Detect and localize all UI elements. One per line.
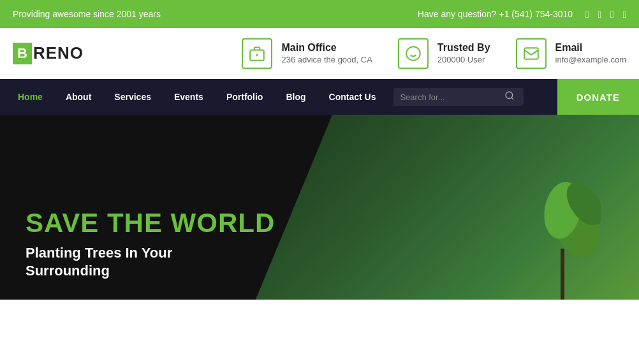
phone-number: Have any question? +1 (541) 754-3010: [418, 9, 573, 19]
search-input[interactable]: [400, 92, 502, 102]
hero-subtitle: Planting Trees In Your Surrounding: [26, 244, 275, 280]
main-office-icon: [242, 38, 272, 69]
twitter-icon[interactable]: : [598, 9, 601, 20]
hero-title: SAVE THE WORLD: [26, 208, 275, 238]
google-plus-icon[interactable]: : [623, 9, 626, 20]
svg-point-2: [406, 47, 420, 61]
email-title: Email: [555, 42, 626, 54]
svg-rect-11: [561, 249, 564, 300]
navigation: Home About Services Events Portfolio Blo…: [0, 79, 639, 115]
search-bar: [393, 88, 524, 106]
svg-point-6: [506, 92, 513, 99]
tagline: Providing awesome since 2001 years: [13, 9, 161, 19]
donate-button[interactable]: DONATE: [557, 79, 639, 115]
svg-rect-5: [524, 48, 538, 59]
top-bar: Providing awesome since 2001 years Have …: [0, 0, 639, 28]
hero-content: SAVE THE WORLD Planting Trees In Your Su…: [26, 208, 275, 280]
nav-items: Home About Services Events Portfolio Blo…: [0, 79, 551, 115]
logo[interactable]: B RENO: [13, 43, 84, 64]
email-sub: info@example.com: [555, 55, 626, 64]
nav-item-contact[interactable]: Contact Us: [318, 79, 388, 115]
trusted-by-text: Trusted By 200000 User: [437, 42, 490, 64]
header-info: Main Office 236 advice the good, CA Trus…: [242, 38, 626, 69]
nav-item-services[interactable]: Services: [103, 79, 163, 115]
nav-item-events[interactable]: Events: [163, 79, 215, 115]
email-text: Email info@example.com: [555, 42, 626, 64]
main-office-info: Main Office 236 advice the good, CA: [242, 38, 372, 69]
svg-line-7: [512, 98, 514, 99]
hero-plant-decoration: [524, 172, 601, 300]
nav-item-portfolio[interactable]: Portfolio: [215, 79, 275, 115]
main-office-sub: 236 advice the good, CA: [281, 55, 372, 64]
nav-item-blog[interactable]: Blog: [274, 79, 317, 115]
logo-text: RENO: [33, 43, 84, 63]
logo-letter: B: [13, 43, 32, 64]
hero-section: SAVE THE WORLD Planting Trees In Your Su…: [0, 115, 639, 300]
search-button[interactable]: [502, 91, 517, 103]
nav-item-home[interactable]: Home: [6, 79, 54, 115]
trusted-by-sub: 200000 User: [437, 55, 490, 64]
trusted-by-icon: [398, 38, 429, 69]
social-icons:    : [585, 9, 626, 20]
trusted-by-title: Trusted By: [437, 42, 490, 54]
main-office-title: Main Office: [281, 42, 372, 54]
email-icon: [516, 38, 547, 69]
top-bar-right: Have any question? +1 (541) 754-3010  …: [418, 9, 626, 20]
trusted-by-info: Trusted By 200000 User: [398, 38, 490, 69]
email-info: Email info@example.com: [516, 38, 626, 69]
main-office-text: Main Office 236 advice the good, CA: [281, 42, 372, 64]
header: B RENO Main Office 236 advice the good, …: [0, 28, 639, 79]
nav-item-about[interactable]: About: [54, 79, 103, 115]
facebook-icon[interactable]: : [585, 9, 589, 20]
pinterest-icon[interactable]: : [610, 9, 613, 20]
